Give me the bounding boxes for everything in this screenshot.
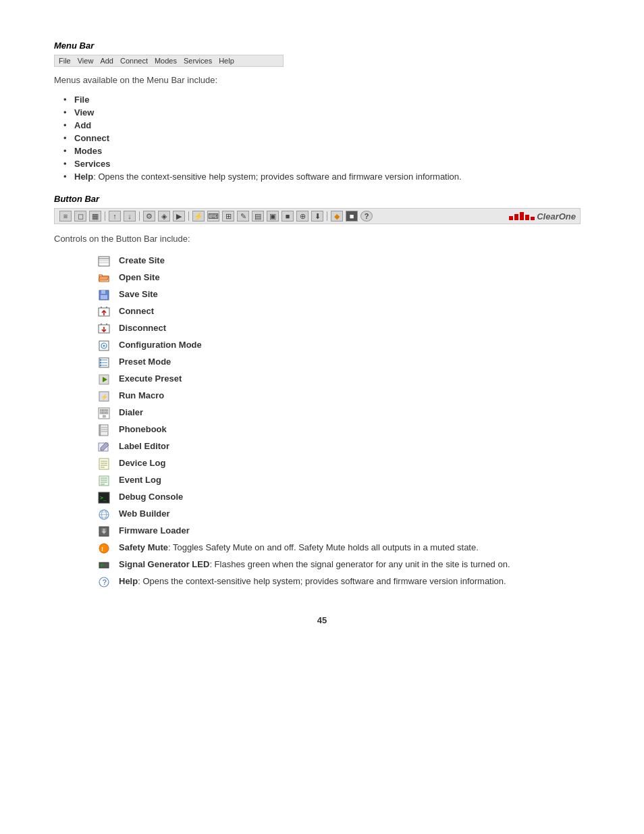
tb-event-log-icon[interactable]: ▣ [267,211,279,221]
safety-mute-icon: ! [95,542,113,554]
bar-3 [520,212,524,220]
clearone-text: ClearOne [537,211,576,221]
disconnect-label: Disconnect [119,322,166,334]
menu-item-file[interactable]: File [59,57,71,65]
tb-create-site-icon[interactable]: ≡ [59,211,72,221]
disconnect-icon [95,323,113,335]
signal-gen-label: Signal Generator LED: Flashes green when… [119,558,510,571]
tb-sep-1 [105,211,105,221]
open-site-label: Open Site [119,271,160,284]
bullet-connect: Connect [74,133,590,143]
button-bar-section: Button Bar ≡ ◻ ▦ ↑ ↓ ⚙ ◈ ▶ ⚡ ⌨ ⊞ ✎ ▤ ▣ ■… [54,194,590,588]
list-item-debug-console: >_ Debug Console [95,491,590,504]
list-item-help: ? Help: Opens the context-sensitive help… [95,575,590,588]
tb-save-site-icon[interactable]: ▦ [89,211,101,221]
dialer-label: Dialer [119,407,143,419]
svg-rect-29 [103,412,106,414]
tb-firmware-loader-icon[interactable]: ⬇ [311,211,323,221]
menu-item-view[interactable]: View [78,57,94,65]
button-bar-icon-list: Create Site Open Site Save Site [54,255,590,588]
phonebook-icon [95,424,113,436]
signal-gen-icon [95,559,113,571]
tb-web-builder-icon[interactable]: ⊕ [296,211,308,221]
phonebook-label: Phonebook [119,423,167,436]
page-number: 45 [54,615,590,625]
svg-point-19 [100,365,102,367]
list-item-open-site: Open Site [95,271,590,284]
menu-item-services[interactable]: Services [184,57,212,65]
list-item-safety-mute: ! Safety Mute: Toggles Safety Mute on an… [95,542,590,554]
open-site-icon [95,272,113,284]
svg-rect-33 [99,425,101,436]
preset-mode-icon [95,357,113,369]
run-macro-icon: ⚡ [95,390,113,402]
bullet-add: Add [74,120,590,130]
tb-dialer-icon[interactable]: ⌨ [207,211,219,221]
web-builder-label: Web Builder [119,508,170,520]
tb-phonebook-icon[interactable]: ⊞ [222,211,234,221]
bar-5 [531,217,535,220]
svg-text:⚡: ⚡ [101,393,109,401]
list-item-disconnect: Disconnect [95,322,590,335]
svg-rect-25 [100,409,103,411]
button-bar-title: Button Bar [54,194,590,204]
tb-config-mode-icon[interactable]: ⚙ [143,211,155,221]
list-item-signal-gen: Signal Generator LED: Flashes green when… [95,558,590,571]
tb-connect-icon[interactable]: ↑ [109,211,121,221]
bar-4 [525,215,529,220]
svg-point-18 [100,362,102,364]
execute-preset-icon [95,373,113,386]
svg-point-15 [103,345,105,347]
svg-rect-5 [101,290,105,294]
debug-console-icon: >_ [95,492,113,504]
clearone-bars [509,212,535,220]
device-log-icon [95,458,113,470]
tb-device-log-icon[interactable]: ▤ [252,211,264,221]
label-editor-icon [95,441,113,453]
list-item-preset-mode: Preset Mode [95,356,590,369]
clearone-logo-area: ClearOne [509,211,576,221]
svg-rect-62 [101,564,103,567]
tb-label-editor-icon[interactable]: ✎ [237,211,249,221]
tb-safety-mute-icon[interactable]: ◆ [331,211,343,221]
svg-rect-38 [99,459,109,469]
save-site-label: Save Site [119,288,158,301]
bullet-modes: Modes [74,146,590,156]
tb-execute-preset-icon[interactable]: ▶ [173,211,185,221]
label-editor-label: Label Editor [119,440,169,452]
menu-item-add[interactable]: Add [100,57,113,65]
bullet-services: Services [74,159,590,169]
connect-label: Connect [119,305,154,317]
menu-item-modes[interactable]: Modes [155,57,177,65]
svg-rect-26 [103,409,106,411]
menu-item-connect[interactable]: Connect [120,57,148,65]
tb-debug-console-icon[interactable]: ■ [281,211,294,221]
tb-signal-gen-icon[interactable]: ■ [346,211,358,221]
list-item-execute-preset: Execute Preset [95,373,590,386]
list-item-dialer: Dialer [95,407,590,419]
tb-preset-mode-icon[interactable]: ◈ [158,211,170,221]
create-site-icon [95,255,113,267]
svg-rect-0 [99,257,109,266]
menu-bar-title: Menu Bar [54,41,590,51]
svg-point-17 [100,359,102,361]
safety-mute-label: Safety Mute: Toggles Safety Mute on and … [119,542,479,554]
config-mode-icon [95,340,113,352]
web-builder-icon [95,509,113,521]
menu-item-help[interactable]: Help [219,57,234,65]
create-site-label: Create Site [119,255,165,267]
execute-preset-label: Execute Preset [119,373,182,385]
menu-bar-section: Menu Bar File View Add Connect Modes Ser… [54,41,590,182]
list-item-phonebook: Phonebook [95,423,590,436]
svg-rect-6 [101,295,107,299]
tb-disconnect-icon[interactable]: ↓ [124,211,136,221]
tb-open-site-icon[interactable]: ◻ [74,211,86,221]
svg-text:>_: >_ [100,495,107,501]
tb-run-macro-icon[interactable]: ⚡ [192,211,205,221]
list-item-firmware-loader: Firmware Loader [95,525,590,538]
list-item-save-site: Save Site [95,288,590,301]
bullet-view: View [74,107,590,118]
bar-1 [509,216,513,220]
tb-help-icon[interactable]: ? [360,211,373,221]
help-label: Help: Opens the context-sensitive help s… [119,575,506,588]
